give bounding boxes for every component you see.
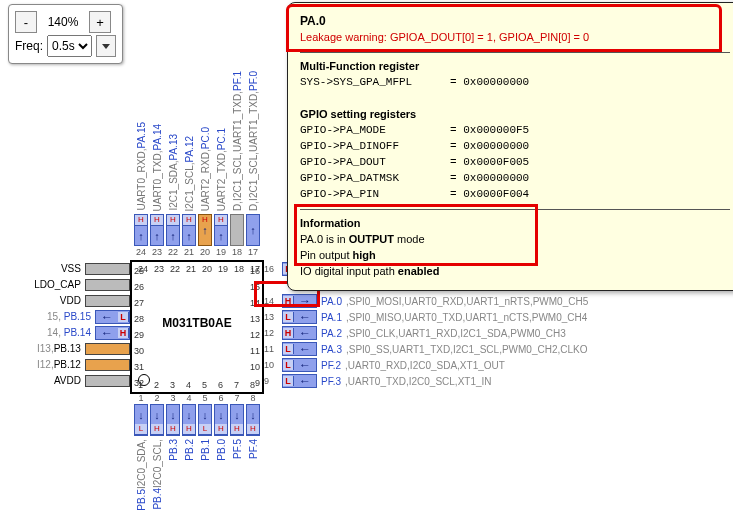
right-pin-12: 12H←PA.2,SPI0_CLK,UART1_RXD,I2C1_SDA,PWM… <box>262 326 566 340</box>
pin-button-PB.14[interactable]: ←H <box>95 326 130 340</box>
toolbar: - 140% + Freq: 0.5s <box>8 4 123 64</box>
top-pin-18: D,I2C1_SCL,UART1_TXD,PF.118 <box>230 58 244 258</box>
bottom-pin-8: 8↓HPF.4 <box>246 392 260 459</box>
mf-register-heading: Multi-Function register <box>300 59 730 75</box>
pin-button-PB.4[interactable]: ↓H <box>150 404 164 436</box>
pin-bar <box>85 279 130 291</box>
pin-button-PB.2[interactable]: ↓H <box>182 404 196 436</box>
info-mode-line: PA.0 is in OUTPUT mode <box>300 232 730 248</box>
pin-bar[interactable] <box>85 359 130 371</box>
register-row: GPIO->PA_DINOFF= 0x00000000 <box>300 139 730 155</box>
pin-bar <box>85 375 130 387</box>
register-row: GPIO->PA_MODE= 0x000000F5 <box>300 123 730 139</box>
left-pin-25: VSS <box>0 262 130 275</box>
top-pin-19: UART2_TXD,PC.1H↑19 <box>214 58 228 258</box>
right-pin-11: 11L←PA.3,SPI0_SS,UART1_TXD,I2C1_SCL,PWM0… <box>262 342 588 356</box>
pin-button-PF.1[interactable] <box>230 214 244 246</box>
tooltip-title: PA.0 <box>300 13 730 30</box>
left-pin-27: VDD <box>0 294 130 307</box>
bottom-pin-1: 1↓LPB.5I2C0_SDA, <box>134 392 148 511</box>
left-pin-28: 15, PB.15←L <box>0 310 130 323</box>
pin-button-PB.0[interactable]: ↓H <box>214 404 228 436</box>
left-pin-29: 14, PB.14←H <box>0 326 130 339</box>
right-pin-9: 9L←PF.3,UART0_TXD,I2C0_SCL,XT1_IN <box>262 374 492 388</box>
part-number: M031TB0AE <box>132 316 262 330</box>
pin-button-PB.15[interactable]: ←L <box>95 310 130 324</box>
bottom-pin-7: 7↓HPF.5 <box>230 392 244 459</box>
register-row: GPIO->PA_PIN= 0x0000F004 <box>300 187 730 203</box>
top-pin-22: I2C1_SDA,PA.13H↑22 <box>166 58 180 258</box>
info-output-line: Pin output high <box>300 248 730 264</box>
freq-label: Freq: <box>15 39 43 53</box>
top-pin-21: I2C1_SCL,PA.12H↑21 <box>182 58 196 258</box>
pin-button-PB.3[interactable]: ↓H <box>166 404 180 436</box>
mf-reg-name: SYS->SYS_GPA_MFPL <box>300 75 450 91</box>
mf-reg-val: = 0x00000000 <box>450 76 529 88</box>
zoom-in-button[interactable]: + <box>89 11 111 33</box>
pin-button-PF.4[interactable]: ↓H <box>246 404 260 436</box>
top-pin-23: UART0_TXD,PA.14H↑23 <box>150 58 164 258</box>
bottom-pin-6: 6↓HPB.0 <box>214 392 228 461</box>
left-pin-32: AVDD <box>0 374 130 387</box>
bottom-pin-3: 3↓HPB.3 <box>166 392 180 461</box>
pin-bar <box>85 295 130 307</box>
pin-button-PA.0[interactable]: H→ <box>282 294 317 308</box>
bottom-pin-4: 4↓HPB.2 <box>182 392 196 461</box>
pin-button-PB.5[interactable]: ↓L <box>134 404 148 436</box>
pin-button-PA.12[interactable]: H↑ <box>182 214 196 246</box>
leakage-warning: Leakage warning: GPIOA_DOUT[0] = 1, GPIO… <box>300 30 730 46</box>
pin-bar <box>85 263 130 275</box>
register-row: GPIO->PA_DATMSK= 0x00000000 <box>300 171 730 187</box>
pin-button-PF.5[interactable]: ↓H <box>230 404 244 436</box>
pin-button-PA.13[interactable]: H↑ <box>166 214 180 246</box>
pin-button-PA.1[interactable]: L← <box>282 310 317 324</box>
pin-button-PF.0[interactable]: ↑ <box>246 214 260 246</box>
pin-tooltip: PA.0 Leakage warning: GPIOA_DOUT[0] = 1,… <box>287 2 733 291</box>
left-pin-31: I12,PB.12 <box>0 358 130 371</box>
left-pin-30: I13,PB.13 <box>0 342 130 355</box>
pin-button-PA.3[interactable]: L← <box>282 342 317 356</box>
information-heading: Information <box>300 216 730 232</box>
register-row: GPIO->PA_DOUT= 0x0000F005 <box>300 155 730 171</box>
pin-button-PA.15[interactable]: H↑ <box>134 214 148 246</box>
gpio-registers-heading: GPIO setting registers <box>300 107 730 123</box>
bottom-pin-2: 2↓HPB.4I2C0_SCL, <box>150 392 164 510</box>
pin-button-PF.3[interactable]: L← <box>282 374 317 388</box>
top-pin-17: D,I2C1_SCL,UART1_TXD,PF.0↑17 <box>246 58 260 258</box>
freq-select[interactable]: 0.5s <box>47 35 92 57</box>
right-pin-10: 10L←PF.2,UART0_RXD,I2C0_SDA,XT1_OUT <box>262 358 505 372</box>
zoom-level: 140% <box>41 12 85 32</box>
right-pin-13: 13L←PA.1,SPI0_MISO,UART0_TXD,UART1_nCTS,… <box>262 310 587 324</box>
top-pin-24: UART0_RXD,PA.15H↑24 <box>134 58 148 258</box>
right-pin-14: 14H→PA.0,SPI0_MOSI,UART0_RXD,UART1_nRTS,… <box>262 294 588 308</box>
bottom-pin-5: 5↓LPB.1 <box>198 392 212 461</box>
zoom-out-button[interactable]: - <box>15 11 37 33</box>
pin-button-PB.1[interactable]: ↓L <box>198 404 212 436</box>
top-pin-20: UART2_RXD,PC.0H↑20 <box>198 58 212 258</box>
pin-button-PA.14[interactable]: H↑ <box>150 214 164 246</box>
pin-bar[interactable] <box>85 343 130 355</box>
freq-dropdown-icon[interactable] <box>96 35 116 57</box>
left-pin-26: LDO_CAP <box>0 278 130 291</box>
pin-button-PC.1[interactable]: H↑ <box>214 214 228 246</box>
chip-package: M031TB0AE 252627282930313216151413121110… <box>130 260 264 394</box>
pin-button-PA.2[interactable]: H← <box>282 326 317 340</box>
info-input-path-line: IO digital input path enabled <box>300 264 730 280</box>
pin-button-PF.2[interactable]: L← <box>282 358 317 372</box>
pin-button-PC.0[interactable]: H↑ <box>198 214 212 246</box>
